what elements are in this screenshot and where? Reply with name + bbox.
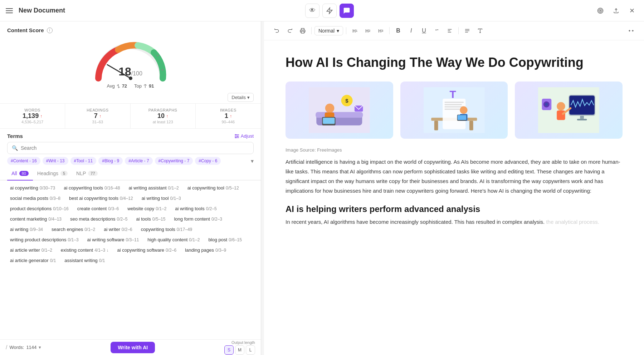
list-item[interactable]: ai writing assistant0/1–2 [126,183,181,192]
top-label: Top [134,83,142,89]
close-button[interactable]: ✕ [625,4,638,17]
list-item[interactable]: content marketing0/4–13 [7,215,64,223]
list-item[interactable]: ai copywriting tool0/5–12 [185,183,242,192]
undo-button[interactable] [271,25,283,36]
underline-button[interactable]: U [418,25,430,36]
list-item[interactable]: best ai copywriting tools0/4–12 [66,194,136,203]
list-item[interactable]: ai writing software0/3–11 [84,235,142,244]
h2-button[interactable]: H2 [362,25,374,36]
svg-point-64 [545,103,548,106]
bold-button[interactable]: B [392,25,404,36]
list-item[interactable]: seo meta descriptions0/2–5 [67,215,130,223]
ai-chat-button[interactable] [340,4,354,18]
list-item[interactable]: ai writing0/9–34 [7,225,46,234]
target-button[interactable] [594,4,607,17]
list-item[interactable]: high quality content0/1–2 [145,235,203,244]
list-item[interactable]: writing product descriptions0/1–3 [7,235,82,244]
svg-text:$: $ [345,98,348,104]
slash-icon: / [6,344,7,351]
search-input[interactable] [21,145,249,151]
list-item[interactable]: ai tools0/5–15 [133,215,169,223]
terms-list: ai copywriting0/30–73 ai copywriting too… [0,181,261,339]
h1-button[interactable]: H1 [349,25,361,36]
adjust-label: Adjust [241,133,254,139]
preview-button[interactable]: 👁 [305,4,319,18]
color-button[interactable] [474,25,486,36]
list-item[interactable]: social media posts0/3–8 [7,194,63,203]
optimize-button[interactable] [322,4,337,18]
share-button[interactable] [610,4,623,17]
right-panel: Normal ▾ H1 H2 H3 B I U “” [264,21,644,355]
list-item[interactable]: product descriptions0/10–16 [7,204,72,213]
list-item[interactable]: ai article writer0/1–2 [7,246,55,255]
content-score-title: Content Score [7,27,44,33]
svg-rect-53 [458,115,467,120]
tab-headings[interactable]: Headings 5 [33,168,72,181]
tab-nlp[interactable]: NLP 77 [72,168,102,181]
quote-button[interactable]: “” [431,25,443,36]
format-button[interactable] [444,25,455,36]
list-item[interactable]: ai copywriting software0/2–6 [114,246,180,255]
italic-button[interactable]: I [405,25,417,36]
tag-blog[interactable]: #Blog - 9 [98,157,123,165]
collapse-button[interactable] [625,25,637,36]
svg-point-2 [600,10,601,11]
avg-value: 72 [122,83,127,89]
list-item[interactable]: existing content4/1–3 ↓ [58,246,112,255]
stat-headings: HEADINGS 7 ↑ 31–63 [65,104,130,128]
svg-text:✦: ✦ [156,54,159,58]
info-icon[interactable]: i [47,28,53,33]
redo-button[interactable] [284,25,296,36]
list-item[interactable]: blog post0/6–15 [205,235,244,244]
search-input-wrap: 🔍 [7,142,254,154]
h3-button[interactable]: H3 [375,25,386,36]
adjust-button[interactable]: Adjust [234,133,254,139]
list-item[interactable]: copywriting tools0/17–49 [138,225,195,234]
hamburger-icon[interactable] [6,8,13,13]
tag-writ[interactable]: #Writ - 13 [43,157,68,165]
list-item[interactable]: website copy0/1–2 [125,204,169,213]
list-item[interactable]: ai writing tool0/1–3 [139,194,184,203]
length-l-button[interactable]: L [246,345,255,355]
style-select[interactable]: Normal ▾ [314,26,343,35]
length-s-button[interactable]: S [224,345,234,355]
panel-divider [261,21,264,355]
stat-headings-value: 7 ↑ [71,112,124,120]
tab-all-label: All [11,171,17,176]
tag-content[interactable]: #Content - 16 [7,157,40,165]
tag-article[interactable]: #Article - 7 [125,157,152,165]
tags-chevron-icon[interactable]: ▾ [251,158,254,164]
list-item[interactable]: long form content0/2–3 [171,215,225,223]
main-layout: Content Score i [0,21,644,355]
list-item[interactable]: create content0/3–6 [74,204,122,213]
stat-images-value: 1 ↑ [201,112,255,120]
stat-words: WORDS 1,139 ↑ 4,536–5,217 [0,104,65,128]
list-item[interactable]: ai writer0/2–6 [101,225,135,234]
terms-title: Terms [7,133,23,139]
stats-row: WORDS 1,139 ↑ 4,536–5,217 HEADINGS 7 ↑ 3… [0,103,261,129]
align-button[interactable] [462,25,473,36]
words-up-arrow: ↑ [40,114,42,119]
svg-point-18 [235,137,236,138]
print-button[interactable] [297,25,308,36]
list-item[interactable]: ai article generator0/1 [7,256,59,265]
editor-content[interactable]: How AI Is Changing The Way We Do Copywri… [264,40,644,355]
list-item[interactable]: landing pages0/3–9 [182,246,229,255]
tag-tool[interactable]: #Tool - 11 [70,157,97,165]
tag-copy[interactable]: #Copy - 6 [195,157,221,165]
svg-rect-36 [323,118,335,124]
tag-copywriting[interactable]: #Copywriting - 7 [155,157,193,165]
length-m-button[interactable]: M [235,345,244,355]
list-item[interactable]: ai copywriting tools0/16–48 [61,183,123,192]
list-item[interactable]: ai writing tools0/2–5 [172,204,219,213]
details-button[interactable]: Details ▾ [228,93,254,102]
list-item[interactable]: assistant writing0/1 [62,256,108,265]
write-ai-button[interactable]: Write with AI [111,342,155,353]
document-heading: How AI Is Changing The Way We Do Copywri… [286,55,623,70]
list-item[interactable]: ai copywriting0/30–73 [7,183,58,192]
list-item[interactable]: search engines0/1–2 [49,225,98,234]
stat-paragraphs-value: 10 ↑ [136,112,190,120]
stat-images-label: IMAGES [201,108,255,112]
words-chevron-icon[interactable]: ▾ [39,345,41,350]
tab-all[interactable]: All 80 [7,168,33,181]
